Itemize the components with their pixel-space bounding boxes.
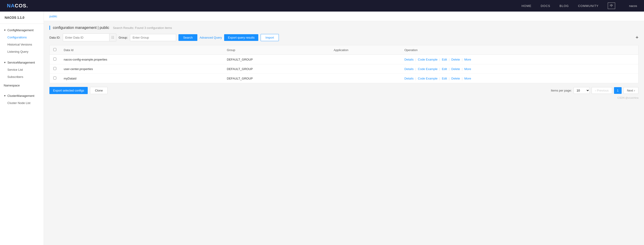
edit-link-0[interactable]: Edit [442, 58, 447, 61]
details-link-0[interactable]: Details [404, 58, 414, 61]
nav-docs[interactable]: DOCS [540, 4, 550, 8]
table-header-row: Data Id Group Application Operation [50, 45, 638, 55]
sidebar-item-listening-query[interactable]: Listening Query [0, 48, 44, 55]
layout: NACOS 1.1.0 ▼ ConfigManagement Configura… [0, 12, 644, 245]
breadcrumb: public [44, 12, 644, 21]
row-checkbox-cell [50, 74, 60, 83]
nav-community[interactable]: COMMUNITY [578, 4, 598, 8]
sidebar-item-namespace[interactable]: Namespace [0, 81, 44, 89]
table-icon[interactable]: ☷ [109, 34, 116, 41]
code-example-link-2[interactable]: Code Example [418, 77, 438, 80]
group-input[interactable] [130, 34, 176, 41]
breadcrumb-link[interactable]: public [50, 15, 57, 18]
page-title: configuration management | public [53, 26, 109, 30]
edit-link-1[interactable]: Edit [442, 67, 447, 71]
next-page-button[interactable]: Next › [624, 87, 638, 94]
row-checkbox-cell [50, 64, 60, 74]
sidebar-item-historical-versions[interactable]: Historical Versions [0, 41, 44, 48]
page-subtitle: Search Results: Found 3 configuration it… [113, 26, 172, 30]
export-query-button[interactable]: Export query results [224, 34, 258, 41]
footer-note: CSDN @vcuichina [50, 96, 638, 99]
sidebar-item-cluster-node-list[interactable]: Cluster Node List [0, 99, 44, 107]
row-checkbox-2[interactable] [53, 77, 56, 80]
row-ops-2: Details | Code Example | Edit | Delete |… [401, 74, 638, 83]
more-link-2[interactable]: More [464, 77, 471, 80]
sidebar-version: NACOS 1.1.0 [0, 12, 44, 24]
row-checkbox-cell [50, 55, 60, 64]
nav-home[interactable]: HOME [522, 4, 531, 8]
search-bar: Data ID: ☷ Group: Search Advanced Query … [50, 34, 638, 41]
config-management-label: ConfigManagement [8, 29, 34, 32]
group-label: Group: [119, 36, 128, 39]
clone-button[interactable]: Clone [90, 87, 108, 94]
header-data-id: Data Id [60, 45, 223, 55]
config-table: Data Id Group Application Operation naco… [50, 45, 638, 83]
items-per-page-label: Items per page: [551, 89, 572, 92]
arrow-icon-service: ▼ [4, 61, 6, 64]
delete-link-1[interactable]: Delete [451, 67, 460, 71]
top-nav: NACOS. HOME DOCS BLOG COMMUNITY 中 nacos [0, 0, 644, 12]
advanced-query-button[interactable]: Advanced Query [200, 36, 222, 39]
header-operation: Operation [401, 45, 638, 55]
row-group-0: DEFAULT_GROUP [223, 55, 330, 64]
table-row: myDataid DEFAULT_GROUP Details | Code Ex… [50, 74, 638, 83]
main-content: public configuration management | public… [44, 12, 644, 245]
sidebar-section-service: ▼ ServiceManagement Service List Subscri… [0, 56, 44, 81]
row-checkbox-0[interactable] [53, 58, 56, 61]
data-id-input[interactable] [63, 34, 109, 41]
current-page: 1 [614, 87, 622, 94]
logo: NACOS. [7, 3, 28, 9]
search-button[interactable]: Search [178, 34, 197, 41]
sidebar-section-config-header[interactable]: ▼ ConfigManagement [0, 27, 44, 34]
row-ops-1: Details | Code Example | Edit | Delete |… [401, 64, 638, 74]
service-management-label: ServiceManagement [8, 61, 35, 64]
delete-link-0[interactable]: Delete [451, 58, 460, 61]
edit-link-2[interactable]: Edit [442, 77, 447, 80]
code-example-link-0[interactable]: Code Example [418, 58, 438, 61]
header-group: Group [223, 45, 330, 55]
arrow-icon: ▼ [4, 29, 6, 32]
bottom-left-actions: Export selected configs Clone [50, 87, 108, 94]
row-application-1 [330, 64, 401, 74]
row-data-id-2: myDataid [60, 74, 223, 83]
sidebar: NACOS 1.1.0 ▼ ConfigManagement Configura… [0, 12, 44, 245]
header-application: Application [330, 45, 401, 55]
sidebar-section-config: ▼ ConfigManagement Configurations Histor… [0, 24, 44, 56]
row-application-0 [330, 55, 401, 64]
add-config-button[interactable]: + [636, 35, 638, 41]
user-label: nacos [629, 4, 637, 8]
select-all-checkbox[interactable] [53, 48, 56, 51]
row-group-2: DEFAULT_GROUP [223, 74, 330, 83]
content-area: configuration management | public Search… [44, 21, 644, 104]
sidebar-item-subscribers[interactable]: Subscribers [0, 73, 44, 80]
table-row: nacos-config-example.properties DEFAULT_… [50, 55, 638, 64]
cluster-management-label: ClusterManagement [8, 94, 34, 98]
lang-toggle-button[interactable]: 中 [608, 3, 615, 9]
header-checkbox-cell [50, 45, 60, 55]
data-id-input-wrapper: ☷ [63, 34, 116, 41]
prev-page-button[interactable]: ‹ Previous [592, 87, 612, 94]
details-link-2[interactable]: Details [404, 77, 414, 80]
details-link-1[interactable]: Details [404, 67, 414, 71]
nav-links: HOME DOCS BLOG COMMUNITY 中 nacos [522, 3, 637, 9]
row-data-id-1: user-center.properties [60, 64, 223, 74]
export-selected-button[interactable]: Export selected configs [50, 87, 88, 94]
sidebar-section-cluster-header[interactable]: ▼ ClusterManagement [0, 92, 44, 99]
more-link-0[interactable]: More [464, 58, 471, 61]
sidebar-item-service-list[interactable]: Service List [0, 66, 44, 73]
sidebar-item-configurations[interactable]: Configurations [0, 34, 44, 41]
row-group-1: DEFAULT_GROUP [223, 64, 330, 74]
table-row: user-center.properties DEFAULT_GROUP Det… [50, 64, 638, 74]
per-page-select[interactable]: 10 20 50 [574, 87, 590, 94]
code-example-link-1[interactable]: Code Example [418, 67, 438, 71]
bottom-bar: Export selected configs Clone Items per … [50, 87, 638, 94]
pagination: Items per page: 10 20 50 ‹ Previous 1 Ne… [551, 87, 638, 94]
row-application-2 [330, 74, 401, 83]
nav-blog[interactable]: BLOG [560, 4, 569, 8]
import-button[interactable]: Import [260, 34, 279, 41]
more-link-1[interactable]: More [464, 67, 471, 71]
data-id-label: Data ID: [50, 36, 60, 39]
row-checkbox-1[interactable] [53, 67, 56, 70]
sidebar-section-service-header[interactable]: ▼ ServiceManagement [0, 59, 44, 66]
delete-link-2[interactable]: Delete [451, 77, 460, 80]
